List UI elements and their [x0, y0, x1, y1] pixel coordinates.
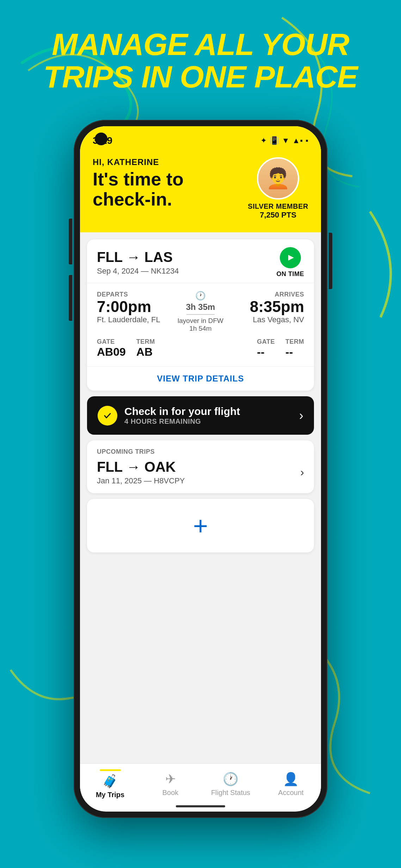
nav-item-account[interactable]: 👤 Account — [261, 772, 321, 797]
flight-header-left: FLL → LAS Sep 4, 2024 — NK1234 — [97, 249, 179, 276]
arrives-city: Las Vegas, NV — [230, 315, 304, 324]
nav-item-my-trips[interactable]: 🧳 My Trips — [80, 769, 140, 799]
nav-active-indicator — [100, 769, 121, 771]
arrive-term-label: TERM — [285, 338, 304, 346]
nav-item-book[interactable]: ✈ Book — [140, 772, 200, 797]
member-badge: SILVER MEMBER 7,250 PTS — [248, 202, 308, 220]
header-section: HI, KATHERINE It's time tocheck-in. 🧑‍🦱 … — [80, 150, 321, 232]
member-level: SILVER MEMBER — [248, 202, 308, 210]
arrives-label: ARRIVES — [230, 291, 304, 298]
on-time-icon — [280, 247, 301, 268]
departs-label: DEPARTS — [97, 291, 171, 298]
upcoming-route-row: FLL → OAK Jan 11, 2025 — H8VCPY › — [97, 459, 304, 485]
flight-status-label: Flight Status — [211, 789, 250, 797]
bluetooth-icon: ✦ — [260, 136, 267, 145]
flight-card-header: FLL → LAS Sep 4, 2024 — NK1234 ON TIME — [87, 239, 314, 283]
avatar-image: 🧑‍🦱 — [258, 159, 298, 198]
my-trips-icon: 🧳 — [102, 774, 118, 789]
account-icon: 👤 — [283, 772, 299, 787]
arrive-gate-value: -- — [257, 346, 275, 359]
flight-route: FLL → LAS — [97, 249, 179, 265]
layover-location: layover in DFW — [178, 317, 223, 324]
status-bar: 3:19 ✦ 📳 ▼ ▲▪ ▪ — [80, 126, 321, 150]
clock-icon: 🕐 — [195, 291, 206, 301]
svg-point-0 — [103, 411, 112, 421]
avatar: 🧑‍🦱 — [257, 157, 299, 200]
upcoming-label: UPCOMING TRIPS — [97, 448, 304, 456]
flight-times-row: DEPARTS 7:00pm Ft. Lauderdale, FL 🕐 3h 3… — [97, 291, 304, 332]
depart-gate-label: GATE — [97, 338, 126, 346]
arrive-term: TERM -- — [285, 338, 304, 359]
book-label: Book — [162, 789, 179, 797]
departs-city: Ft. Lauderdale, FL — [97, 315, 171, 324]
layover-time: 1h 54m — [189, 325, 211, 332]
depart-gate-block: GATE AB09 TERM AB — [97, 338, 155, 359]
upcoming-date: Jan 11, 2025 — H8VCPY — [97, 476, 185, 485]
header-left: HI, KATHERINE It's time tocheck-in. — [93, 157, 184, 209]
layover-text: layover in DFW 1h 54m — [178, 317, 223, 332]
duration-block: 🕐 3h 35m layover in DFW 1h 54m — [171, 291, 230, 332]
checkin-title: Check in for your flight — [124, 405, 240, 417]
signal-icon: ▲▪ — [292, 136, 303, 145]
scrollable-content: FLL → LAS Sep 4, 2024 — NK1234 ON TIME — [80, 232, 321, 763]
nav-item-flight-status[interactable]: 🕐 Flight Status — [200, 772, 261, 797]
phone-mockup: 3:19 ✦ 📳 ▼ ▲▪ ▪ HI, KATHERINE It's time … — [74, 120, 327, 818]
depart-term: TERM AB — [136, 338, 155, 359]
screen-content: 3:19 ✦ 📳 ▼ ▲▪ ▪ HI, KATHERINE It's time … — [80, 126, 321, 812]
home-indicator — [80, 802, 321, 812]
hero-section: MANAGE ALL YOUR TRIPS IN ONE PLACE — [0, 28, 401, 93]
upcoming-chevron-icon: › — [300, 466, 304, 479]
duration-line — [186, 314, 215, 315]
checkin-text: Check in for your flight 4 HOURS REMAINI… — [124, 405, 240, 426]
checkin-left: Check in for your flight 4 HOURS REMAINI… — [98, 405, 240, 426]
my-trips-label: My Trips — [96, 791, 124, 799]
depart-gate-value: AB09 — [97, 346, 126, 359]
bottom-nav: 🧳 My Trips ✈ Book 🕐 Flight Status 👤 Acco… — [80, 763, 321, 802]
wifi-icon: ▼ — [282, 136, 290, 145]
gate-row: GATE AB09 TERM AB — [97, 338, 304, 359]
header-right: 🧑‍🦱 SILVER MEMBER 7,250 PTS — [248, 157, 308, 220]
vibrate-icon: 📳 — [270, 136, 279, 145]
flight-details: DEPARTS 7:00pm Ft. Lauderdale, FL 🕐 3h 3… — [87, 283, 314, 367]
upcoming-route-info: FLL → OAK Jan 11, 2025 — H8VCPY — [97, 459, 185, 485]
account-label: Account — [278, 789, 303, 797]
arrive-gate: GATE -- — [257, 338, 275, 359]
status-icons: ✦ 📳 ▼ ▲▪ ▪ — [260, 136, 308, 145]
checkin-check-icon — [98, 406, 117, 426]
arrives-time: 8:35pm — [230, 298, 304, 315]
phone-screen: 3:19 ✦ 📳 ▼ ▲▪ ▪ HI, KATHERINE It's time … — [80, 126, 321, 812]
depart-term-label: TERM — [136, 338, 155, 346]
arrive-gate-label: GATE — [257, 338, 275, 346]
camera — [95, 133, 107, 145]
depart-term-value: AB — [136, 346, 155, 359]
arrive-term-value: -- — [285, 346, 304, 359]
upcoming-card[interactable]: UPCOMING TRIPS FLL → OAK Jan 11, 2025 — … — [87, 440, 314, 493]
flight-card: FLL → LAS Sep 4, 2024 — NK1234 ON TIME — [87, 239, 314, 391]
depart-gate: GATE AB09 — [97, 338, 126, 359]
flight-date: Sep 4, 2024 — NK1234 — [97, 267, 179, 276]
flight-status-icon: 🕐 — [223, 772, 239, 787]
phone-outer: 3:19 ✦ 📳 ▼ ▲▪ ▪ HI, KATHERINE It's time … — [74, 120, 327, 818]
greeting-text: HI, KATHERINE — [93, 157, 184, 167]
departs-time: 7:00pm — [97, 298, 171, 315]
tagline-text: It's time tocheck-in. — [93, 169, 184, 209]
home-indicator-bar — [176, 805, 225, 807]
hero-line1: MANAGE ALL YOUR — [52, 27, 349, 62]
view-trip-text: VIEW TRIP DETAILS — [157, 374, 244, 383]
checkin-subtitle: 4 HOURS REMAINING — [124, 417, 240, 426]
book-icon: ✈ — [165, 772, 176, 787]
arrive-gate-block: GATE -- TERM -- — [257, 338, 304, 359]
add-trip-card[interactable]: + — [87, 499, 314, 552]
flight-status-badge: ON TIME — [277, 247, 304, 278]
checkin-banner[interactable]: Check in for your flight 4 HOURS REMAINI… — [87, 396, 314, 435]
battery-icon: ▪ — [306, 136, 308, 145]
view-trip-link[interactable]: VIEW TRIP DETAILS — [87, 367, 314, 391]
checkin-arrow-icon: › — [299, 408, 303, 423]
duration-time: 3h 35m — [186, 302, 215, 312]
add-plus-icon: + — [193, 513, 208, 538]
hero-title: MANAGE ALL YOUR TRIPS IN ONE PLACE — [0, 28, 401, 93]
departs-block: DEPARTS 7:00pm Ft. Lauderdale, FL — [97, 291, 171, 324]
arrives-block: ARRIVES 8:35pm Las Vegas, NV — [230, 291, 304, 324]
status-label: ON TIME — [277, 270, 304, 278]
hero-line2: TRIPS IN ONE PLACE — [43, 59, 357, 94]
